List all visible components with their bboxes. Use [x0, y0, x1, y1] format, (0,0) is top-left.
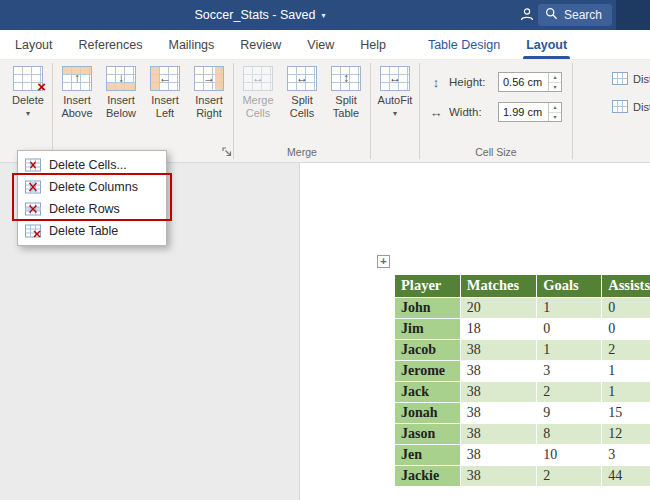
table-row[interactable]: Jack 38 2 1 [395, 381, 650, 402]
goals-cell[interactable]: 0 [537, 318, 602, 339]
row-height-icon: ↕ [428, 75, 444, 90]
menu-item-delete-columns[interactable]: Delete Columns [18, 176, 166, 198]
dialog-launcher-icon[interactable] [222, 144, 233, 162]
delete-button[interactable]: × Delete ▾ [6, 63, 50, 118]
player-name-cell[interactable]: Jackie [395, 465, 460, 486]
player-name-cell[interactable]: Jen [395, 444, 460, 465]
assists-cell[interactable]: 0 [602, 297, 650, 318]
table-row[interactable]: Jerome 38 3 1 [395, 360, 650, 381]
assists-cell[interactable]: 3 [602, 444, 650, 465]
tab-view[interactable]: View [294, 30, 347, 59]
matches-cell[interactable]: 38 [460, 381, 536, 402]
matches-cell[interactable]: 38 [460, 423, 536, 444]
goals-cell[interactable]: 8 [537, 423, 602, 444]
delete-rows-icon [25, 202, 41, 216]
tab-references[interactable]: References [66, 30, 156, 59]
player-name-cell[interactable]: John [395, 297, 460, 318]
tab-table-design[interactable]: Table Design [415, 30, 513, 59]
player-name-cell[interactable]: Jonah [395, 402, 460, 423]
insert-left-button[interactable]: ← Insert Left [143, 63, 187, 120]
assists-cell[interactable]: 44 [602, 465, 650, 486]
merge-cells-button: ↔ Merge Cells [236, 63, 280, 120]
distribute-rows-button[interactable]: Distribute Rows [612, 72, 650, 85]
tab-mailings[interactable]: Mailings [155, 30, 227, 59]
soccer-stats-table[interactable]: Player Matches Goals Assists John 20 1 0… [395, 275, 650, 487]
tab-layout-page[interactable]: Layout [2, 30, 66, 59]
distribute-columns-button[interactable]: Distribute Columns [612, 100, 650, 113]
height-spinner-down[interactable]: ▾ [549, 83, 561, 92]
goals-cell[interactable]: 1 [537, 297, 602, 318]
matches-cell[interactable]: 38 [460, 444, 536, 465]
avatar-icon[interactable] [520, 7, 534, 25]
header-player[interactable]: Player [395, 275, 460, 297]
document-page[interactable]: + Player Matches Goals Assists John 20 1… [300, 163, 650, 500]
autofit-button[interactable]: ↔ AutoFit ▾ [373, 63, 417, 118]
document-title-text: Soccer_Stats - Saved [195, 8, 316, 22]
tab-review[interactable]: Review [227, 30, 294, 59]
assists-cell[interactable]: 15 [602, 402, 650, 423]
height-stepper[interactable]: 0.56 cm ▴ ▾ [498, 72, 562, 92]
height-spinner-up[interactable]: ▴ [549, 73, 561, 83]
width-spinner-up[interactable]: ▴ [549, 103, 561, 113]
width-spinner-down[interactable]: ▾ [549, 113, 561, 122]
table-row[interactable]: John 20 1 0 [395, 297, 650, 318]
matches-cell[interactable]: 38 [460, 360, 536, 381]
table-move-handle-icon[interactable]: + [377, 255, 390, 268]
assists-cell[interactable]: 0 [602, 318, 650, 339]
group-separator [572, 63, 573, 159]
insert-below-button[interactable]: ↓ Insert Below [99, 63, 143, 120]
table-row[interactable]: Jason 38 8 12 [395, 423, 650, 444]
menu-item-delete-rows[interactable]: Delete Rows [18, 198, 166, 220]
titlebar-corner-block [616, 0, 650, 30]
goals-cell[interactable]: 9 [537, 402, 602, 423]
delete-table-x-icon: × [13, 66, 43, 91]
document-title[interactable]: Soccer_Stats - Saved ▾ [120, 0, 400, 30]
player-name-cell[interactable]: Jason [395, 423, 460, 444]
menu-item-delete-cells[interactable]: Delete Cells... [18, 154, 166, 176]
distribute-rows-icon [612, 72, 628, 85]
width-value[interactable]: 1.99 cm [499, 103, 548, 121]
matches-cell[interactable]: 38 [460, 465, 536, 486]
split-table-button[interactable]: ↕ Split Table [324, 63, 368, 120]
search-box[interactable]: Search [538, 4, 612, 26]
header-goals[interactable]: Goals [537, 275, 602, 297]
header-matches[interactable]: Matches [460, 275, 536, 297]
table-row[interactable]: Jen 38 10 3 [395, 444, 650, 465]
goals-cell[interactable]: 10 [537, 444, 602, 465]
goals-cell[interactable]: 2 [537, 465, 602, 486]
goals-cell[interactable]: 3 [537, 360, 602, 381]
table-row[interactable]: Jonah 38 9 15 [395, 402, 650, 423]
split-cells-button[interactable]: ↔ Split Cells [280, 63, 324, 120]
matches-cell[interactable]: 18 [460, 318, 536, 339]
assists-cell[interactable]: 12 [602, 423, 650, 444]
width-label: Width: [449, 106, 493, 118]
matches-cell[interactable]: 38 [460, 402, 536, 423]
player-name-cell[interactable]: Jerome [395, 360, 460, 381]
width-stepper[interactable]: 1.99 cm ▴ ▾ [498, 102, 562, 122]
chevron-down-icon: ▾ [26, 109, 30, 118]
assists-cell[interactable]: 1 [602, 381, 650, 402]
goals-cell[interactable]: 1 [537, 339, 602, 360]
insert-right-button[interactable]: → Insert Right [187, 63, 231, 120]
player-name-cell[interactable]: Jack [395, 381, 460, 402]
tab-help[interactable]: Help [347, 30, 399, 59]
assists-cell[interactable]: 1 [602, 360, 650, 381]
tab-table-layout[interactable]: Layout [513, 30, 580, 59]
header-assists[interactable]: Assists [602, 275, 650, 297]
insert-above-button[interactable]: ↑ Insert Above [55, 63, 99, 120]
menu-item-delete-table[interactable]: Delete Table [18, 220, 166, 242]
stats-table-body: John 20 1 0 Jim 18 0 0 Jacob 38 1 2 Jero… [395, 297, 650, 486]
distribute-group: Distribute Rows Distribute Columns [612, 72, 650, 113]
delete-cells-icon [25, 158, 41, 172]
matches-cell[interactable]: 38 [460, 339, 536, 360]
table-row[interactable]: Jim 18 0 0 [395, 318, 650, 339]
player-name-cell[interactable]: Jim [395, 318, 460, 339]
height-value[interactable]: 0.56 cm [499, 73, 548, 91]
table-row[interactable]: Jackie 38 2 44 [395, 465, 650, 486]
matches-cell[interactable]: 20 [460, 297, 536, 318]
merge-cells-icon: ↔ [243, 66, 273, 91]
goals-cell[interactable]: 2 [537, 381, 602, 402]
table-row[interactable]: Jacob 38 1 2 [395, 339, 650, 360]
assists-cell[interactable]: 2 [602, 339, 650, 360]
player-name-cell[interactable]: Jacob [395, 339, 460, 360]
